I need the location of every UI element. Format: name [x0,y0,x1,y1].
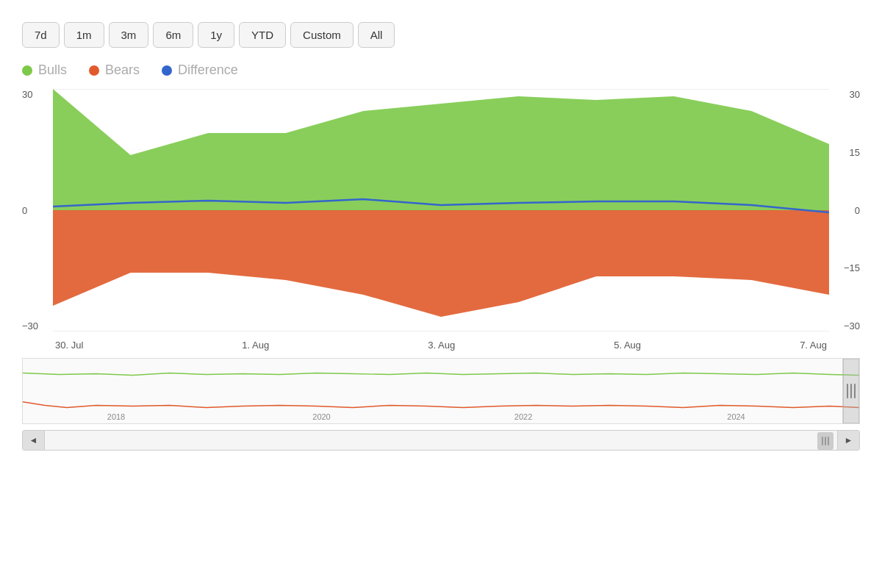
scroll-track[interactable] [45,431,837,450]
mini-bears-line [23,402,859,408]
mini-bulls-line [23,373,859,376]
scroll-left-button[interactable]: ◄ [23,430,45,451]
time-range-buttons: 7d 1m 3m 6m 1y YTD Custom All [22,22,860,48]
y-axis-right: 30 15 0 −15 −30 [831,89,860,331]
scrollbar: ◄ ► [22,430,860,451]
bears-label: Bears [105,62,140,78]
scroll-right-button[interactable]: ► [837,430,859,451]
btn-3m[interactable]: 3m [109,22,149,48]
y-label-0-right: 0 [855,205,860,216]
x-label-aug1: 1. Aug [242,340,269,351]
y-label-neg15-right: −15 [844,262,860,273]
x-axis: 30. Jul 1. Aug 3. Aug 5. Aug 7. Aug [22,335,860,351]
svg-text:2024: 2024 [727,412,745,421]
main-chart-svg [53,89,829,331]
legend-bears: Bears [89,62,140,78]
scroll-thumb[interactable] [817,432,833,450]
btn-custom[interactable]: Custom [290,22,354,48]
svg-text:2018: 2018 [107,412,125,421]
y-axis-left: 30 0 −30 [22,89,51,331]
main-container: 7d 1m 3m 6m 1y YTD Custom All Bulls Bear… [0,0,882,588]
scroll-thumb-lines [822,437,829,445]
bulls-label: Bulls [38,62,67,78]
bulls-dot [22,65,32,76]
svg-text:2022: 2022 [514,412,532,421]
y-label-15-right: 15 [850,147,860,158]
thumb-line-1 [822,437,823,445]
btn-ytd[interactable]: YTD [239,22,286,48]
bulls-area [53,89,829,210]
btn-6m[interactable]: 6m [153,22,193,48]
bears-dot [89,65,99,76]
thumb-line-2 [825,437,826,445]
btn-all[interactable]: All [358,22,395,48]
y-label-neg30-right: −30 [844,320,860,331]
btn-7d[interactable]: 7d [22,22,60,48]
y-label-0-left: 0 [22,205,51,216]
chart-wrapper: 30 0 −30 [22,89,860,451]
mini-chart: 2018 2020 2022 2024 [22,358,860,424]
legend-bulls: Bulls [22,62,67,78]
diff-dot [162,65,172,76]
svg-text:2020: 2020 [312,412,330,421]
btn-1y[interactable]: 1y [198,22,234,48]
x-label-aug5: 5. Aug [614,340,641,351]
chart-legend: Bulls Bears Difference [22,62,860,78]
mini-chart-svg: 2018 2020 2022 2024 [23,359,859,423]
diff-label: Difference [178,62,238,78]
y-label-30-left: 30 [22,89,51,100]
bears-area [53,210,829,317]
y-label-30-right: 30 [850,89,860,100]
x-label-jul30: 30. Jul [55,340,83,351]
btn-1m[interactable]: 1m [64,22,104,48]
x-label-aug7: 7. Aug [800,340,827,351]
thumb-line-3 [828,437,829,445]
y-label-neg30-left: −30 [22,320,51,331]
x-label-aug3: 3. Aug [428,340,455,351]
main-chart: 30 0 −30 [22,89,860,331]
legend-difference: Difference [162,62,238,78]
